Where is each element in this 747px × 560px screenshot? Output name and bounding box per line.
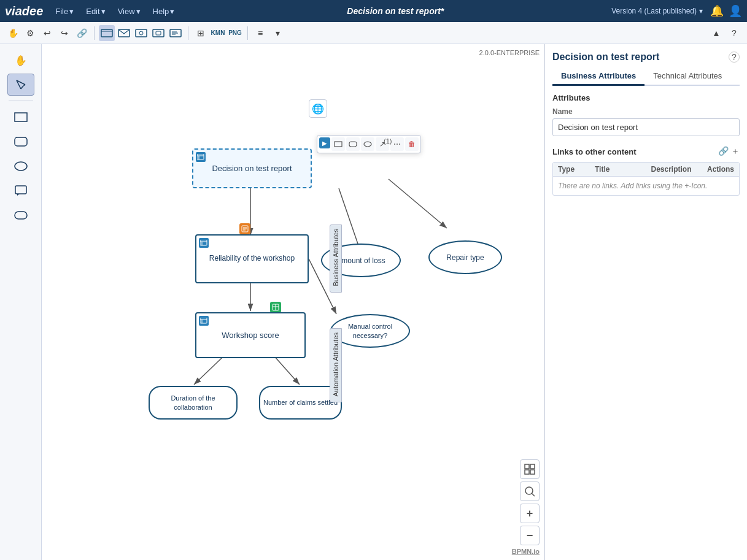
menu-help[interactable]: Help ▾ (148, 6, 180, 17)
canvas-zoom-out-btn[interactable]: − (520, 526, 540, 545)
tab-business-attributes[interactable]: Business Attributes (552, 67, 644, 86)
svg-rect-39 (200, 240, 207, 245)
tool-comment[interactable] (7, 180, 34, 202)
toolbar-service[interactable] (150, 25, 166, 41)
float-btn-rounded[interactable] (346, 137, 360, 151)
toolbar-link[interactable]: 🔗 (74, 25, 90, 41)
toolbar-undo[interactable]: ↩ (39, 25, 55, 41)
toolbar-hand[interactable]: ✋ (5, 25, 21, 41)
toolbar-align[interactable]: ≡ (252, 25, 268, 41)
node-workshop-score[interactable]: Workshop score (195, 312, 306, 358)
tool-stadium[interactable] (7, 204, 34, 226)
global-icon-btn[interactable]: 🌐 (309, 99, 327, 118)
sep3 (247, 26, 248, 40)
links-table-header: Type Title Description Actions (553, 163, 739, 177)
svg-rect-3 (136, 29, 147, 37)
node-reliability[interactable]: Reliability of the workshop (195, 234, 309, 283)
node-duration[interactable]: Duration of the collaboration (149, 386, 238, 420)
svg-rect-29 (197, 154, 204, 159)
menu-edit[interactable]: Edit ▾ (81, 6, 110, 17)
toolbar-align-drop[interactable]: ▾ (269, 25, 285, 41)
float-btn-expand[interactable]: ▶ (319, 137, 330, 148)
automation-attr-tab[interactable]: Automation Attributes (330, 328, 342, 403)
user-icon[interactable]: 👤 (729, 4, 742, 18)
name-input[interactable] (552, 118, 740, 136)
toolbar-group-history: ✋ ⚙ ↩ ↪ 🔗 (5, 25, 90, 41)
links-title: Links to other content (552, 147, 637, 156)
tool-hand[interactable]: ✋ (7, 49, 34, 71)
node-repair-type[interactable]: Repair type (428, 240, 502, 274)
panel-help-icon[interactable]: ? (729, 52, 740, 63)
node-decision-report[interactable]: Decision on test report (192, 148, 312, 188)
reliability-icon (199, 238, 209, 248)
toolbar-expand[interactable]: ⊞ (193, 25, 209, 41)
workshop-score-label: Workshop score (219, 328, 282, 342)
toolbar-script[interactable] (168, 25, 184, 41)
link-icon[interactable]: 🔗 (718, 146, 729, 157)
float-btn-rect[interactable] (331, 137, 345, 151)
tool-rectangle[interactable] (7, 106, 34, 128)
links-table: Type Title Description Actions There are… (552, 162, 740, 196)
repair-label: Repair type (446, 253, 484, 262)
workshop-icon (199, 316, 209, 326)
toolbar-fit-up[interactable]: ▲ (708, 25, 724, 41)
svg-rect-49 (530, 464, 535, 469)
toolbar: ✋ ⚙ ↩ ↪ 🔗 ⊞ KMN PNG ≡ ▾ ▲ ? (0, 22, 747, 44)
canvas-connections (42, 44, 544, 560)
duration-label: Duration of the collaboration (150, 391, 236, 414)
claims-label: Number of claims settled (261, 396, 340, 409)
main-area: ✋ 2.0.0-ENTERPRISE (0, 44, 747, 560)
topbar: viadee File ▾ Edit ▾ View ▾ Help ▾ Decis… (0, 0, 747, 22)
version-display[interactable]: Version 4 (Last published) ▾ (611, 7, 703, 15)
svg-rect-45 (200, 318, 207, 323)
canvas-search-btn[interactable] (520, 481, 540, 501)
node-manual-control[interactable]: Manual control necessary? (330, 314, 410, 348)
svg-line-53 (532, 493, 535, 496)
sep1 (94, 26, 95, 40)
toolbar-png[interactable]: PNG (227, 25, 243, 41)
decision-icon (196, 152, 206, 162)
svg-line-14 (23, 85, 25, 86)
col-type: Type (553, 163, 590, 176)
toolbar-task[interactable] (99, 25, 115, 41)
toolbar-help[interactable]: ? (726, 25, 742, 41)
add-link-icon[interactable]: ＋ (731, 146, 740, 157)
svg-rect-33 (349, 142, 357, 147)
float-btn-ellipse[interactable] (361, 137, 374, 151)
menu-view[interactable]: View ▾ (113, 6, 145, 17)
app-logo: viadee (5, 4, 43, 18)
notification-icon[interactable]: 🔔 (710, 4, 724, 18)
toolbar-settings[interactable]: ⚙ (22, 25, 38, 41)
right-panel-title: Decision on test report (552, 52, 659, 63)
float-toolbar: ▶ ↗ ⋯ 🗑 (317, 135, 421, 153)
svg-rect-15 (15, 113, 27, 121)
float-btn-link[interactable]: ⋯ (390, 137, 404, 151)
col-title: Title (590, 163, 646, 176)
canvas-fit-btn[interactable] (520, 459, 540, 479)
sep2 (188, 26, 188, 40)
toolbar-user[interactable] (133, 25, 149, 41)
business-attr-tab-canvas[interactable]: Business Attributes (330, 224, 342, 293)
name-label: Name (552, 107, 740, 116)
tool-ellipse[interactable] (7, 155, 34, 177)
canvas-area[interactable]: 2.0.0-ENTERPRISE (42, 44, 544, 560)
float-btn-delete[interactable]: 🗑 (405, 137, 419, 151)
menu-file[interactable]: File ▾ (50, 6, 79, 17)
document-badge (239, 223, 250, 234)
toolbar-send[interactable] (116, 25, 132, 41)
tab-technical-attributes[interactable]: Technical Attributes (644, 67, 730, 86)
svg-line-26 (194, 357, 223, 385)
right-panel-content: Attributes Name Links to other content 🔗… (545, 86, 747, 560)
tool-select[interactable] (7, 74, 34, 96)
canvas-zoom-in-btn[interactable]: + (520, 504, 540, 523)
right-panel-tabs: Business Attributes Technical Attributes (552, 67, 740, 86)
svg-rect-0 (101, 29, 112, 37)
bpmn-watermark: BPMN.io (512, 548, 540, 555)
svg-rect-50 (525, 470, 529, 474)
svg-rect-32 (335, 142, 342, 147)
expand-count: (1) (384, 137, 392, 145)
toolbar-kmn[interactable]: KMN (210, 25, 226, 41)
tool-rounded-rect[interactable] (7, 131, 34, 153)
toolbar-redo[interactable]: ↪ (56, 25, 72, 41)
svg-rect-16 (15, 137, 27, 146)
